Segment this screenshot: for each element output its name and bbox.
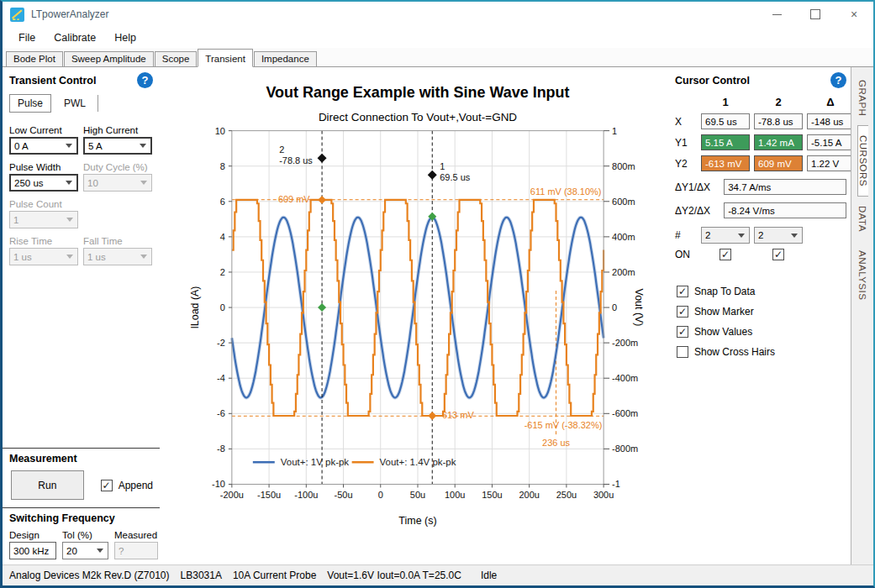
- menu-calibrate[interactable]: Calibrate: [45, 29, 105, 46]
- maximize-icon: [810, 9, 820, 19]
- rise-time-select: 1 us: [9, 248, 78, 265]
- svg-text:-1: -1: [612, 479, 620, 489]
- cursor2-trace-select[interactable]: 2: [754, 227, 803, 244]
- pulse-count-label: Pulse Count: [9, 199, 78, 209]
- tab-pwl[interactable]: PWL: [56, 95, 98, 112]
- tab-bode-plot[interactable]: Bode Plot: [6, 51, 63, 66]
- divider: [3, 507, 160, 508]
- show-cross-hairs-checkbox[interactable]: [677, 346, 688, 358]
- svg-text:6: 6: [220, 197, 225, 207]
- switching-frequency-title: Switching Frequency: [9, 512, 153, 524]
- tab-sweep-amplitude[interactable]: Sweep Amplitude: [64, 51, 154, 66]
- pulse-width-label: Pulse Width: [9, 162, 78, 172]
- cursor-control-panel: Cursor Control ? 1 2 Δ X 69.5 us -78.8 u…: [667, 67, 851, 564]
- chevron-down-icon: [66, 218, 73, 222]
- svg-text:236 us: 236 us: [542, 438, 570, 448]
- snap-to-data-checkbox[interactable]: [677, 286, 688, 297]
- status-bar: Analog Devices M2k Rev.D (Z7010) LB3031A…: [3, 564, 873, 585]
- side-tab-cursors[interactable]: CURSORS: [857, 125, 868, 197]
- measured-input: ?: [114, 542, 158, 559]
- tol-select[interactable]: 20: [62, 542, 108, 559]
- tol-label: Tol (%): [62, 530, 108, 540]
- cursor1-trace-select[interactable]: 2: [701, 227, 750, 244]
- svg-text:Vout+: 1V pk-pk: Vout+: 1V pk-pk: [281, 457, 350, 467]
- y2-delta-value: 1.22 V: [807, 155, 854, 171]
- show-cross-hairs-label: Show Cross Hairs: [694, 346, 775, 358]
- side-tab-graph[interactable]: GRAPH: [857, 71, 867, 125]
- chevron-down-icon: [140, 181, 147, 185]
- chevron-down-icon: [66, 144, 72, 148]
- side-tab-analysis[interactable]: ANALYSIS: [857, 241, 867, 309]
- app-icon: [10, 8, 24, 22]
- svg-text:-78.8 us: -78.8 us: [279, 155, 313, 165]
- chart-area[interactable]: 169.5 us2-78.8 us609 mV611 mV (38.10%)-6…: [160, 67, 667, 564]
- chevron-down-icon: [97, 549, 103, 553]
- run-button[interactable]: Run: [11, 470, 84, 500]
- svg-text:50u: 50u: [410, 490, 425, 500]
- cursor1-on-checkbox[interactable]: [720, 249, 731, 260]
- svg-text:-800m: -800m: [612, 444, 638, 454]
- cursor-options: Snap To Data Show Marker Show Values Sho…: [675, 286, 846, 358]
- svg-text:-6: -6: [217, 408, 225, 418]
- svg-text:-50u: -50u: [335, 490, 353, 500]
- svg-text:0: 0: [378, 490, 383, 500]
- show-values-checkbox[interactable]: [677, 326, 688, 338]
- high-current-select[interactable]: 5 A: [83, 137, 152, 155]
- pulse-width-select[interactable]: 250 us: [9, 174, 78, 192]
- svg-text:-400m: -400m: [612, 373, 638, 383]
- title-bar: LTpowerAnalyzer ×: [3, 2, 873, 27]
- design-label: Design: [9, 530, 56, 540]
- minimize-button[interactable]: [757, 2, 796, 27]
- svg-text:200m: 200m: [612, 267, 635, 277]
- svg-text:250u: 250u: [556, 490, 577, 500]
- tab-pulse[interactable]: Pulse: [9, 94, 51, 113]
- svg-text:69.5 us: 69.5 us: [440, 172, 471, 182]
- chevron-down-icon: [66, 255, 73, 259]
- close-button[interactable]: ×: [835, 2, 873, 27]
- y1-cursor1-value: 5.15 A: [701, 134, 750, 150]
- show-marker-checkbox[interactable]: [677, 306, 688, 318]
- menu-file[interactable]: File: [9, 29, 45, 46]
- help-icon[interactable]: ?: [137, 72, 153, 88]
- on-row-label: ON: [675, 249, 697, 260]
- svg-text:-600m: -600m: [612, 408, 638, 418]
- transient-control-title: Transient Control: [9, 75, 96, 87]
- design-input[interactable]: 300 kHz: [9, 542, 56, 559]
- svg-text:2: 2: [279, 144, 284, 155]
- tab-scope[interactable]: Scope: [155, 51, 198, 66]
- append-checkbox[interactable]: [101, 480, 113, 491]
- y1-delta-value: -5.15 A: [807, 134, 854, 150]
- cursor2-on-checkbox[interactable]: [772, 249, 784, 260]
- tab-transient[interactable]: Transient: [198, 49, 253, 67]
- show-marker-label: Show Marker: [694, 306, 754, 318]
- show-values-label: Show Values: [694, 326, 752, 338]
- status-device: Analog Devices M2k Rev.D (Z7010): [9, 570, 170, 581]
- snap-to-data-label: Snap To Data: [694, 286, 756, 297]
- svg-text:-150u: -150u: [257, 490, 281, 500]
- status-board: LB3031A: [181, 570, 222, 581]
- svg-text:800m: 800m: [612, 161, 635, 171]
- fall-time-select: 1 us: [83, 248, 152, 265]
- help-icon[interactable]: ?: [830, 72, 846, 88]
- svg-text:100u: 100u: [445, 490, 465, 500]
- duty-cycle-select: 10: [83, 174, 152, 192]
- side-tab-data[interactable]: DATA: [857, 197, 867, 241]
- low-current-select[interactable]: 0 A: [9, 137, 78, 155]
- svg-text:8: 8: [220, 161, 225, 171]
- status-probe: 10A Current Probe: [233, 570, 316, 581]
- tab-impedance[interactable]: Impedance: [254, 51, 317, 66]
- y-axis-left-label: ILoad (A): [189, 286, 201, 329]
- menu-help[interactable]: Help: [105, 29, 145, 46]
- svg-text:1: 1: [440, 161, 445, 171]
- close-icon: ×: [851, 8, 857, 20]
- cursor-col-2: 2: [754, 96, 803, 108]
- svg-text:-8: -8: [217, 444, 225, 454]
- svg-text:-100u: -100u: [294, 490, 318, 500]
- minimize-icon: [772, 14, 782, 15]
- maximize-button[interactable]: [796, 2, 835, 27]
- svg-text:Vout+: 1.4V pk-pk: Vout+: 1.4V pk-pk: [380, 457, 456, 467]
- high-current-label: High Current: [83, 125, 152, 135]
- svg-text:611 mV (38.10%): 611 mV (38.10%): [530, 186, 602, 197]
- divider: [3, 448, 160, 449]
- status-readings: Vout=1.6V Iout=0.0A T=25.0C: [327, 570, 461, 581]
